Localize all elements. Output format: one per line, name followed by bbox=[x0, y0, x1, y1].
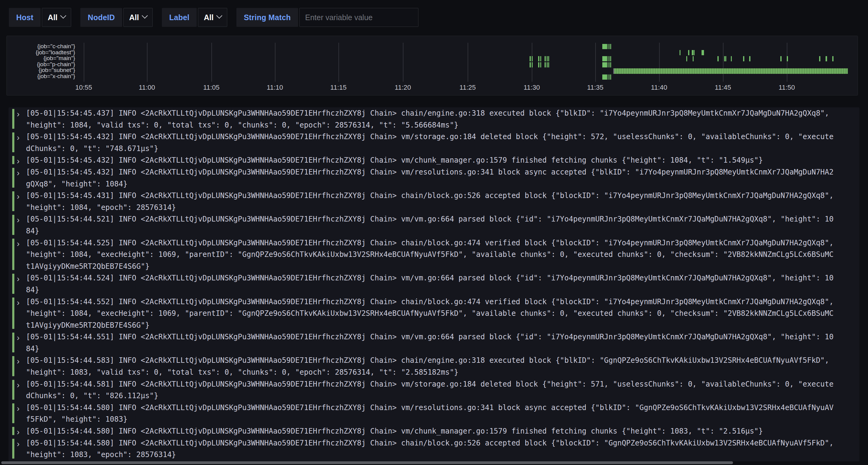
scrollbar-thumb[interactable] bbox=[1, 461, 733, 464]
log-line-text: [05-01|15:54:44.524] INFO <2AcRkXTLLtQjv… bbox=[26, 272, 834, 296]
log-row[interactable]: ›[05-01|15:54:44.580] INFO <2AcRkXTLLtQj… bbox=[8, 425, 860, 437]
expand-chevron-icon[interactable]: › bbox=[17, 297, 20, 309]
activity-mark bbox=[530, 56, 531, 61]
log-row[interactable]: ›[05-01|15:54:44.583] INFO <2AcRkXTLLtQj… bbox=[8, 355, 860, 378]
expand-chevron-icon[interactable]: › bbox=[17, 438, 20, 450]
activity-mark bbox=[717, 56, 719, 61]
expand-chevron-icon[interactable]: › bbox=[17, 379, 20, 391]
expand-chevron-icon[interactable]: › bbox=[17, 238, 20, 250]
activity-mark bbox=[610, 56, 611, 61]
log-line-text: [05-01|15:54:45.432] INFO <2AcRkXTLLtQjv… bbox=[26, 155, 834, 166]
log-line-text: [05-01|15:54:44.552] INFO <2AcRkXTLLtQjv… bbox=[26, 296, 834, 331]
activity-mark bbox=[548, 62, 549, 67]
grid-line bbox=[338, 43, 339, 82]
activity-mark bbox=[680, 50, 680, 55]
x-axis-tick-label: 11:00 bbox=[139, 84, 155, 92]
log-row[interactable]: ›[05-01|15:54:45.437] INFO <2AcRkXTLLtQj… bbox=[8, 107, 860, 131]
activity-mark bbox=[610, 74, 611, 80]
expand-chevron-icon[interactable]: › bbox=[17, 403, 20, 414]
log-line-text: [05-01|15:54:44.525] INFO <2AcRkXTLLtQjv… bbox=[26, 237, 834, 272]
activity-mark bbox=[530, 62, 531, 67]
activity-mark bbox=[702, 50, 704, 55]
activity-mark bbox=[608, 74, 609, 80]
string-match-group: String Match bbox=[237, 8, 418, 27]
horizontal-scrollbar[interactable] bbox=[0, 461, 858, 464]
activity-mark bbox=[602, 44, 607, 49]
log-row[interactable]: ›[05-01|15:54:44.521] INFO <2AcRkXTLLtQj… bbox=[8, 213, 860, 237]
log-line-text: [05-01|15:54:44.580] INFO <2AcRkXTLLtQjv… bbox=[26, 402, 834, 425]
activity-mark bbox=[780, 56, 781, 61]
grid-line bbox=[211, 43, 212, 82]
x-axis-tick-label: 11:20 bbox=[395, 84, 411, 92]
expand-chevron-icon[interactable]: › bbox=[17, 108, 20, 120]
x-axis-tick-label: 10:55 bbox=[75, 84, 92, 92]
label-variable-select[interactable]: All bbox=[198, 8, 227, 27]
activity-mark bbox=[725, 56, 726, 61]
host-variable-value: All bbox=[48, 13, 57, 22]
chevron-down-icon bbox=[216, 12, 222, 19]
activity-mark bbox=[532, 56, 533, 61]
logs-panel: ›[05-01|15:54:45.437] INFO <2AcRkXTLLtQj… bbox=[8, 107, 860, 461]
log-row[interactable]: ›[05-01|15:54:45.432] INFO <2AcRkXTLLtQj… bbox=[8, 155, 860, 166]
expand-chevron-icon[interactable]: › bbox=[17, 332, 20, 344]
log-line-text: [05-01|15:54:44.581] INFO <2AcRkXTLLtQjv… bbox=[26, 378, 834, 402]
log-row[interactable]: ›[05-01|15:54:44.525] INFO <2AcRkXTLLtQj… bbox=[8, 237, 860, 272]
activity-mark bbox=[608, 44, 609, 49]
log-line-text: [05-01|15:54:45.432] INFO <2AcRkXTLLtQjv… bbox=[26, 131, 834, 155]
activity-mark bbox=[602, 62, 607, 67]
activity-mark bbox=[532, 62, 533, 67]
activity-mark bbox=[545, 62, 546, 67]
activity-band bbox=[614, 68, 848, 74]
activity-mark bbox=[540, 62, 541, 67]
activity-mark bbox=[540, 56, 541, 61]
variables-toolbar: HostAllNodeIDAllLabelAll String Match bbox=[9, 8, 418, 27]
log-line-text: [05-01|15:54:45.431] INFO <2AcRkXTLLtQjv… bbox=[26, 190, 834, 213]
label-variable-value: All bbox=[204, 13, 214, 22]
label-variable-label: Label bbox=[162, 8, 197, 27]
activity-mark bbox=[547, 62, 548, 67]
log-row[interactable]: ›[05-01|15:54:45.431] INFO <2AcRkXTLLtQj… bbox=[8, 190, 860, 213]
log-row[interactable]: ›[05-01|15:54:44.580] INFO <2AcRkXTLLtQj… bbox=[8, 402, 860, 425]
expand-chevron-icon[interactable]: › bbox=[17, 155, 20, 167]
log-line-text: [05-01|15:54:44.583] INFO <2AcRkXTLLtQjv… bbox=[26, 355, 834, 378]
expand-chevron-icon[interactable]: › bbox=[17, 167, 20, 179]
expand-chevron-icon[interactable]: › bbox=[17, 214, 20, 226]
x-axis-tick-label: 11:25 bbox=[459, 84, 475, 92]
expand-chevron-icon[interactable]: › bbox=[17, 132, 20, 144]
grid-line bbox=[723, 43, 723, 82]
grid-line bbox=[275, 43, 276, 82]
nodeid-variable-label: NodeID bbox=[80, 8, 122, 27]
activity-mark bbox=[609, 44, 610, 49]
activity-mark bbox=[693, 50, 694, 55]
activity-mark bbox=[608, 62, 609, 67]
nodeid-variable-select[interactable]: All bbox=[123, 8, 153, 27]
log-row[interactable]: ›[05-01|15:54:45.432] INFO <2AcRkXTLLtQj… bbox=[8, 166, 860, 190]
activity-mark bbox=[609, 56, 610, 61]
string-match-label: String Match bbox=[237, 8, 298, 27]
activity-mark bbox=[688, 50, 689, 55]
log-row[interactable]: ›[05-01|15:54:44.524] INFO <2AcRkXTLLtQj… bbox=[8, 272, 860, 296]
expand-chevron-icon[interactable]: › bbox=[17, 191, 20, 203]
expand-chevron-icon[interactable]: › bbox=[17, 356, 20, 367]
log-row[interactable]: ›[05-01|15:54:45.432] INFO <2AcRkXTLLtQj… bbox=[8, 131, 860, 155]
grid-line bbox=[787, 43, 787, 82]
activity-mark bbox=[731, 56, 732, 61]
expand-chevron-icon[interactable]: › bbox=[17, 426, 20, 438]
string-match-input[interactable] bbox=[299, 8, 418, 27]
activity-mark bbox=[538, 62, 539, 67]
log-line-text: [05-01|15:54:44.551] INFO <2AcRkXTLLtQjv… bbox=[26, 331, 834, 355]
host-variable-select[interactable]: All bbox=[42, 8, 71, 27]
activity-mark bbox=[686, 56, 687, 61]
log-line-text: [05-01|15:54:44.580] INFO <2AcRkXTLLtQjv… bbox=[26, 437, 834, 461]
activity-mark bbox=[548, 56, 549, 61]
chevron-down-icon bbox=[142, 12, 148, 19]
activity-mark bbox=[826, 56, 827, 61]
log-row[interactable]: ›[05-01|15:54:44.551] INFO <2AcRkXTLLtQj… bbox=[8, 331, 860, 355]
activity-mark bbox=[749, 56, 750, 61]
activity-mark bbox=[545, 56, 546, 61]
x-axis-tick-label: 11:45 bbox=[715, 84, 731, 92]
expand-chevron-icon[interactable]: › bbox=[17, 273, 20, 285]
log-row[interactable]: ›[05-01|15:54:44.552] INFO <2AcRkXTLLtQj… bbox=[8, 296, 860, 331]
log-row[interactable]: ›[05-01|15:54:44.581] INFO <2AcRkXTLLtQj… bbox=[8, 378, 860, 402]
log-row[interactable]: ›[05-01|15:54:44.580] INFO <2AcRkXTLLtQj… bbox=[8, 437, 860, 461]
